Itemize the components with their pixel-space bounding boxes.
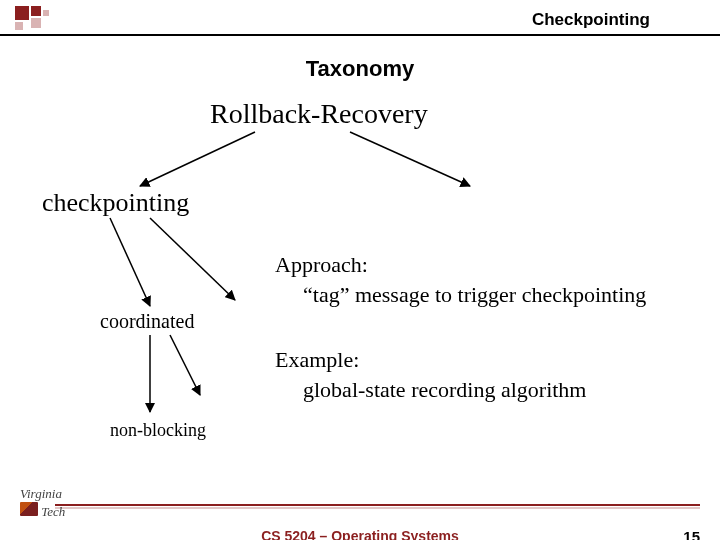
svg-line-2 bbox=[110, 218, 150, 306]
node-non-blocking: non-blocking bbox=[110, 420, 206, 441]
svg-line-3 bbox=[150, 218, 235, 300]
slide-title: Taxonomy bbox=[0, 56, 720, 82]
approach-label: Approach: bbox=[275, 250, 695, 280]
footer-rule bbox=[55, 504, 700, 506]
header-rule bbox=[0, 34, 720, 36]
logo-text-bottom: Tech bbox=[41, 504, 65, 519]
slide: Checkpointing Taxonomy Rollback-Recovery… bbox=[0, 0, 720, 540]
svg-line-0 bbox=[140, 132, 255, 186]
vt-logo: Virginia Tech bbox=[20, 486, 65, 520]
example-label: Example: bbox=[275, 345, 695, 375]
approach-block: Approach: “tag” message to trigger check… bbox=[275, 250, 695, 309]
logo-text-top: Virginia bbox=[20, 486, 62, 501]
vt-mark-icon bbox=[20, 502, 38, 516]
running-header: Checkpointing bbox=[532, 10, 650, 30]
node-coordinated: coordinated bbox=[100, 310, 194, 333]
example-text: global-state recording algorithm bbox=[303, 375, 695, 405]
svg-line-1 bbox=[350, 132, 470, 186]
example-block: Example: global-state recording algorith… bbox=[275, 345, 695, 404]
approach-text: “tag” message to trigger checkpointing bbox=[303, 280, 695, 310]
node-checkpointing: checkpointing bbox=[42, 188, 189, 218]
svg-line-5 bbox=[170, 335, 200, 395]
page-number: 15 bbox=[683, 528, 700, 540]
footer-course: CS 5204 – Operating Systems bbox=[0, 528, 720, 540]
node-root: Rollback-Recovery bbox=[210, 98, 428, 130]
